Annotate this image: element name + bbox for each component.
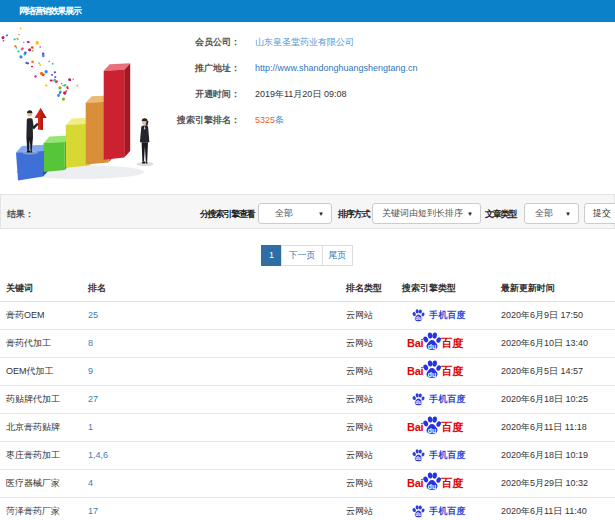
- updated-cell: 2020年6月18日 10:19: [501, 441, 615, 469]
- updated-cell: 2020年6月5日 14:57: [501, 357, 615, 385]
- baidu-paw-icon: du: [422, 416, 442, 435]
- column-header: 关键词: [0, 277, 88, 301]
- baidu-paw-icon: du: [411, 449, 426, 462]
- baidu-du-text: du: [428, 483, 436, 490]
- rank-link[interactable]: 4: [88, 478, 93, 488]
- baidu-paw-icon: du: [422, 332, 442, 351]
- updated-cell: 2020年6月18日 10:25: [501, 385, 615, 413]
- filter-select-0[interactable]: 全部▼: [258, 203, 332, 224]
- rank-cell: 1: [88, 413, 346, 441]
- filter-label-0: 分搜索引擎查看: [200, 208, 255, 221]
- rank-type-cell: 云网站: [346, 357, 402, 385]
- info-value-company: 山东皇圣堂药业有限公司: [255, 36, 354, 49]
- mobile-baidu-logo: du手机百度: [402, 501, 501, 520]
- page-header: 网络营销效果展示: [0, 0, 615, 22]
- page-title: 网络营销效果展示: [19, 6, 81, 16]
- chevron-down-icon: ▼: [565, 211, 571, 217]
- info-value-count: 5325条: [255, 114, 284, 127]
- keyword-cell: 医疗器械厂家: [0, 469, 88, 497]
- table-row: 菏泽膏药厂家17云网站du手机百度2020年6月11日 11:40: [0, 497, 615, 520]
- baidu-logo: Baidu百度: [402, 361, 501, 381]
- updated-cell: 2020年6月11日 11:18: [501, 413, 615, 441]
- engine-cell: Baidu百度: [402, 469, 501, 497]
- updated-cell: 2020年6月11日 11:40: [501, 497, 615, 520]
- column-header: 排名: [88, 277, 346, 301]
- column-header: 搜索引擎类型: [402, 277, 501, 301]
- rank-count: 5325: [255, 115, 275, 125]
- table-row: 药贴牌代加工27云网站du手机百度2020年6月18日 10:25: [0, 385, 615, 413]
- engine-cell: Baidu百度: [402, 413, 501, 441]
- rank-link[interactable]: 9: [88, 366, 93, 376]
- baidu-paw-icon: du: [411, 393, 426, 406]
- result-label: 结果：: [7, 208, 34, 221]
- column-header: 最新更新时间: [501, 277, 615, 301]
- engine-cell: du手机百度: [402, 441, 501, 469]
- filter-bar: 结果： 分搜索引擎查看全部▼排序方式关键词由短到长排序▼文章类型全部▼提交: [0, 194, 615, 229]
- results-table: 关键词排名排名类型搜索引擎类型最新更新时间 膏药OEM25云网站du手机百度20…: [0, 277, 615, 520]
- info-value-plain: 2019年11月20日 09:08: [255, 88, 346, 101]
- keyword-cell: 枣庄膏药加工: [0, 441, 88, 469]
- info-label: 会员公司：: [0, 36, 240, 49]
- rank-link[interactable]: 1: [88, 422, 93, 432]
- engine-cell: du手机百度: [402, 385, 501, 413]
- baidu-cn-label: 百度: [441, 476, 462, 491]
- filter-select-2[interactable]: 全部▼: [524, 203, 579, 224]
- keyword-cell: 膏药代加工: [0, 329, 88, 357]
- rank-type-cell: 云网站: [346, 497, 402, 520]
- baidu-logo: Baidu百度: [402, 473, 501, 493]
- filter-select-1[interactable]: 关键词由短到长排序▼: [372, 203, 481, 224]
- info-row: 会员公司：山东皇圣堂药业有限公司: [0, 36, 615, 49]
- table-row: 膏药代加工8云网站Baidu百度2020年6月10日 13:40: [0, 329, 615, 357]
- rank-cell: 17: [88, 497, 346, 520]
- rank-type-cell: 云网站: [346, 413, 402, 441]
- mobile-baidu-label: 手机百度: [429, 393, 466, 406]
- page-1-button[interactable]: 1: [261, 245, 282, 266]
- baidu-du-text: du: [415, 511, 422, 517]
- engine-cell: Baidu百度: [402, 357, 501, 385]
- info-value-url[interactable]: http://www.shandonghuangshengtang.cn: [255, 63, 418, 73]
- rank-type-cell: 云网站: [346, 329, 402, 357]
- rank-link[interactable]: 8: [88, 338, 93, 348]
- updated-cell: 2020年6月9日 17:50: [501, 301, 615, 329]
- mobile-baidu-label: 手机百度: [429, 505, 466, 518]
- baidu-du-text: du: [415, 399, 422, 405]
- mobile-baidu-label: 手机百度: [429, 449, 466, 462]
- info-row: 开通时间：2019年11月20日 09:08: [0, 88, 615, 101]
- rank-cell: 25: [88, 301, 346, 329]
- rank-type-cell: 云网站: [346, 441, 402, 469]
- baidu-cn-label: 百度: [441, 420, 462, 435]
- baidu-cn-label: 百度: [441, 364, 462, 379]
- filter-label-1: 排序方式: [338, 208, 369, 221]
- mobile-baidu-label: 手机百度: [429, 309, 466, 322]
- info-label: 开通时间：: [0, 88, 240, 101]
- submit-button[interactable]: 提交: [584, 203, 615, 224]
- rank-link[interactable]: 1,4,6: [88, 450, 108, 460]
- rank-cell: 1,4,6: [88, 441, 346, 469]
- info-section: 会员公司：山东皇圣堂药业有限公司推广地址：http://www.shandong…: [0, 22, 615, 194]
- baidu-paw-icon: du: [411, 309, 426, 322]
- baidu-du-text: du: [415, 455, 422, 461]
- last-page-button[interactable]: 尾页: [322, 245, 353, 266]
- rank-link[interactable]: 27: [88, 394, 98, 404]
- filter-label-2: 文章类型: [485, 208, 516, 221]
- filter-select-value: 关键词由短到长排序: [382, 207, 463, 220]
- chevron-down-icon: ▼: [467, 211, 473, 217]
- column-header: 排名类型: [346, 277, 402, 301]
- next-page-button[interactable]: 下一页: [281, 245, 323, 266]
- baidu-paw-icon: du: [422, 360, 442, 379]
- rank-link[interactable]: 17: [88, 506, 98, 516]
- rank-link[interactable]: 25: [88, 310, 98, 320]
- filter-select-value: 全部: [535, 207, 553, 220]
- baidu-latin-label: Bai: [407, 477, 423, 489]
- keyword-cell: 菏泽膏药厂家: [0, 497, 88, 520]
- engine-cell: Baidu百度: [402, 329, 501, 357]
- baidu-du-text: du: [428, 371, 436, 378]
- updated-cell: 2020年5月29日 10:32: [501, 469, 615, 497]
- mobile-baidu-logo: du手机百度: [402, 389, 501, 409]
- rank-cell: 27: [88, 385, 346, 413]
- filter-select-value: 全部: [275, 207, 293, 220]
- info-row: 搜索引擎排名：5325条: [0, 114, 615, 127]
- baidu-latin-label: Bai: [407, 337, 423, 349]
- rank-count-unit: 条: [275, 115, 284, 125]
- table-row: OEM代加工9云网站Baidu百度2020年6月5日 14:57: [0, 357, 615, 385]
